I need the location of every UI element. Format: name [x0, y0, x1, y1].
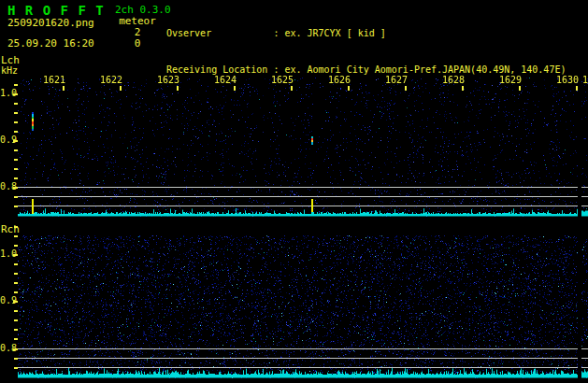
- freq-minor-tick: [14, 206, 18, 207]
- freq-minor-tick: [14, 149, 18, 151]
- freq-minor-tick: [14, 310, 18, 312]
- time-tick: [63, 86, 65, 91]
- time-tick: [405, 86, 407, 91]
- time-label: 1625: [271, 75, 294, 86]
- time-tick: [177, 86, 179, 91]
- freq-minor-tick: [14, 358, 18, 360]
- freq-minor-tick: [14, 168, 18, 170]
- freq-minor-tick: [14, 226, 18, 228]
- time-tick: [462, 86, 464, 91]
- time-label: 1629: [499, 75, 522, 86]
- freq-minor-tick: [14, 103, 18, 105]
- time-label: 1621: [43, 75, 65, 86]
- time-label: 1623: [157, 75, 179, 86]
- hrofft-screen: { "app": { "title": "H R O F F T", "vers…: [0, 0, 588, 383]
- freq-minor-tick: [14, 235, 18, 237]
- freq-minor-tick: [14, 319, 18, 321]
- lch-spectrogram: [18, 78, 588, 217]
- freq-minor-tick: [14, 338, 18, 340]
- time-tick: [576, 86, 578, 91]
- freq-minor-tick: [14, 282, 18, 284]
- freq-minor-tick: [14, 263, 18, 265]
- freq-minor-tick: [14, 84, 18, 86]
- freq-major-tick: [13, 140, 18, 142]
- time-tick: [291, 86, 293, 91]
- freq-major-tick: [13, 93, 18, 95]
- freq-minor-tick: [14, 112, 18, 114]
- freq-minor-tick: [14, 131, 18, 133]
- freq-minor-tick: [14, 159, 18, 161]
- rch-spectrogram: [18, 235, 588, 378]
- time-tick: [519, 86, 521, 91]
- observer-line: Ovserver : ex. JR7CYX [ kid ]: [166, 27, 588, 39]
- time-label: 1622: [100, 75, 122, 86]
- file-name: 2509201620.png: [7, 18, 94, 29]
- timestamp: 25.09.20 16:20: [7, 38, 94, 50]
- freq-major-tick: [13, 254, 18, 256]
- time-label: 1628: [442, 75, 465, 86]
- freq-minor-tick: [14, 177, 18, 179]
- time-label-partial: 16: [582, 75, 588, 86]
- freq-minor-tick: [14, 329, 18, 331]
- freq-minor-tick: [14, 196, 18, 198]
- freq-minor-tick: [14, 121, 18, 123]
- time-tick: [120, 86, 122, 91]
- time-label: 1630: [556, 75, 579, 86]
- freq-major-tick: [13, 187, 18, 189]
- freq-minor-tick: [14, 367, 18, 369]
- time-label: 1626: [328, 75, 351, 86]
- khz-unit-label: kHz: [1, 65, 18, 77]
- freq-minor-tick: [14, 291, 18, 293]
- freq-minor-tick: [14, 273, 18, 275]
- freq-major-tick: [13, 301, 18, 303]
- rch-meteor-count: 0: [114, 38, 161, 50]
- app-title: H R O F F T: [7, 3, 105, 18]
- time-tick: [348, 86, 350, 91]
- freq-major-tick: [13, 348, 18, 350]
- time-label: 1624: [214, 75, 237, 86]
- freq-minor-tick: [14, 245, 18, 247]
- time-label: 1627: [385, 75, 408, 86]
- time-tick: [234, 86, 236, 91]
